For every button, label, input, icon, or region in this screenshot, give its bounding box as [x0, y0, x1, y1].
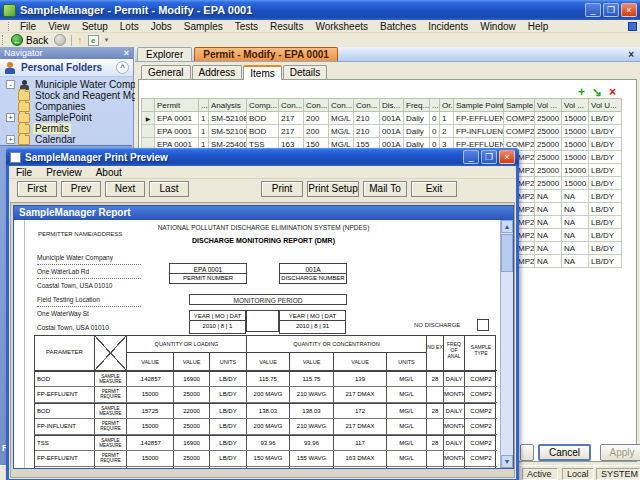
grid-cell[interactable]: MG/L	[329, 125, 354, 138]
grid-cell[interactable]: 25000	[535, 138, 562, 151]
last-button[interactable]: Last	[149, 181, 189, 197]
grid-cell[interactable]: FP-EFFLUENT	[454, 112, 504, 125]
grid-cell[interactable]: 1	[440, 112, 454, 125]
back-button[interactable]: ← Back	[9, 34, 54, 47]
grid-cell[interactable]: MG/L	[329, 112, 354, 125]
grid-cell[interactable]: ▶	[142, 112, 155, 125]
grid-column-header[interactable]: Sample Point	[454, 99, 504, 112]
chevron-up-icon[interactable]: ^	[116, 61, 129, 74]
grid-cell[interactable]: 200	[304, 112, 329, 125]
mail-to-button[interactable]: Mail To	[363, 181, 407, 197]
grid-cell[interactable]: LB/DY	[589, 203, 622, 216]
grid-column-header[interactable]: Comp...	[247, 99, 279, 112]
menu-item[interactable]: Samples	[178, 21, 229, 32]
preview-restore-button[interactable]: ❐	[481, 150, 497, 164]
tab-close-icon[interactable]: ×	[628, 49, 634, 60]
subtab[interactable]: Items	[243, 65, 281, 80]
expander-icon[interactable]: +	[6, 113, 15, 122]
grid-cell[interactable]: NA	[535, 203, 562, 216]
grid-cell[interactable]: 1	[199, 125, 209, 138]
insert-icon[interactable]: ↘	[592, 85, 602, 99]
tree-item[interactable]: + Calendar	[0, 134, 133, 145]
grid-column-header[interactable]: Sample...	[504, 99, 535, 112]
grid-column-header[interactable]: Con...	[279, 99, 304, 112]
grid-cell[interactable]: LB/DY	[589, 242, 622, 255]
subtab[interactable]: General	[141, 65, 191, 80]
add-icon[interactable]: +	[578, 85, 585, 99]
preview-menu-item[interactable]: About	[89, 167, 129, 178]
menu-item[interactable]: Incidents	[422, 21, 474, 32]
grid-cell[interactable]: 15000	[562, 112, 589, 125]
menu-item[interactable]: Batches	[374, 21, 422, 32]
grid-cell[interactable]: BOD	[247, 112, 279, 125]
grid-cell[interactable]: EPA 0001	[155, 125, 199, 138]
grid-cell[interactable]: LB/DY	[589, 216, 622, 229]
close-button[interactable]: ×	[621, 3, 637, 17]
grid-cell[interactable]: LB/DY	[589, 190, 622, 203]
partial-button[interactable]	[520, 444, 534, 461]
grid-cell[interactable]: LB/DY	[589, 229, 622, 242]
folders-header[interactable]: Personal Folders ^	[0, 59, 133, 77]
menu-item[interactable]: Results	[264, 21, 309, 32]
scroll-up-icon[interactable]: ▲	[501, 220, 513, 233]
grid-row[interactable]: ▶EPA 00011SM-5210BBOD217200MG/L210001ADa…	[142, 112, 622, 125]
grid-cell[interactable]: 0	[430, 125, 440, 138]
grid-column-header[interactable]: Vol U...	[589, 99, 622, 112]
grid-cell[interactable]: 200	[304, 125, 329, 138]
preview-menu-item[interactable]: Preview	[39, 167, 89, 178]
menu-item[interactable]: File	[14, 21, 42, 32]
menu-item[interactable]: Window	[474, 21, 522, 32]
toolbar-overflow-icon[interactable]: ▾	[105, 36, 109, 44]
grid-cell[interactable]: 217	[279, 112, 304, 125]
grid-cell[interactable]: 217	[279, 125, 304, 138]
grid-cell[interactable]: NA	[562, 229, 589, 242]
grid-column-header[interactable]: ...	[430, 99, 440, 112]
grid-cell[interactable]: LB/DY	[589, 255, 622, 268]
exit-button[interactable]: Exit	[411, 181, 457, 197]
grid-cell[interactable]: 15000	[562, 151, 589, 164]
up-arrow-icon[interactable]: ↑	[77, 34, 83, 46]
grid-cell[interactable]: 1	[199, 112, 209, 125]
workspace-tab[interactable]: Permit - Modify - EPA 0001	[194, 47, 338, 61]
preview-minimize-button[interactable]: _	[463, 150, 479, 164]
grid-cell[interactable]: COMP24	[504, 112, 535, 125]
navigator-close-icon[interactable]: ×	[124, 48, 129, 58]
first-button[interactable]: First	[17, 181, 57, 197]
preview-titlebar[interactable]: SampleManager Print Preview _ ❐ ×	[6, 148, 519, 166]
grid-cell[interactable]: LB/DY	[589, 112, 622, 125]
grid-cell[interactable]: 15000	[562, 177, 589, 190]
grid-cell[interactable]: 2	[440, 125, 454, 138]
scroll-down-icon[interactable]: ▼	[501, 455, 513, 468]
grid-cell[interactable]: NA	[535, 216, 562, 229]
workspace-tab[interactable]: Explorer	[137, 47, 192, 61]
grid-column-header[interactable]	[142, 99, 155, 112]
menu-item[interactable]: Worksheets	[309, 21, 374, 32]
grid-cell[interactable]: LB/DY	[589, 138, 622, 151]
grid-row[interactable]: EPA 00011SM-5210BBOD217200MG/L210001ADai…	[142, 125, 622, 138]
menu-item[interactable]: View	[42, 21, 76, 32]
expander-icon[interactable]: -	[6, 80, 15, 89]
expander-icon[interactable]: +	[6, 135, 15, 144]
menu-item[interactable]: Jobs	[145, 21, 178, 32]
preview-close-button[interactable]: ×	[499, 150, 515, 164]
forward-icon[interactable]	[54, 34, 66, 46]
grid-cell[interactable]: 210	[354, 112, 380, 125]
grid-cell[interactable]: 25000	[535, 177, 562, 190]
grid-cell[interactable]: Daily	[404, 112, 430, 125]
subtab[interactable]: Details	[283, 65, 328, 80]
restore-button[interactable]: ❐	[603, 3, 619, 17]
grid-cell[interactable]: 25000	[535, 112, 562, 125]
grid-cell[interactable]: LB/DY	[589, 177, 622, 190]
grid-cell[interactable]: NA	[562, 242, 589, 255]
preview-menu-item[interactable]: File	[9, 167, 39, 178]
grid-cell[interactable]: SM-5210B	[209, 112, 247, 125]
grid-cell[interactable]: FP-INFLUENT	[454, 125, 504, 138]
grid-cell[interactable]: 210	[354, 125, 380, 138]
grid-cell[interactable]: NA	[562, 203, 589, 216]
delete-icon[interactable]: ×	[609, 85, 616, 99]
grid-column-header[interactable]: Analysis	[209, 99, 247, 112]
grid-cell[interactable]: NA	[562, 190, 589, 203]
grid-cell[interactable]: LB/DY	[589, 151, 622, 164]
grid-cell[interactable]: 001A	[380, 112, 404, 125]
grid-cell[interactable]: COMP24	[504, 125, 535, 138]
